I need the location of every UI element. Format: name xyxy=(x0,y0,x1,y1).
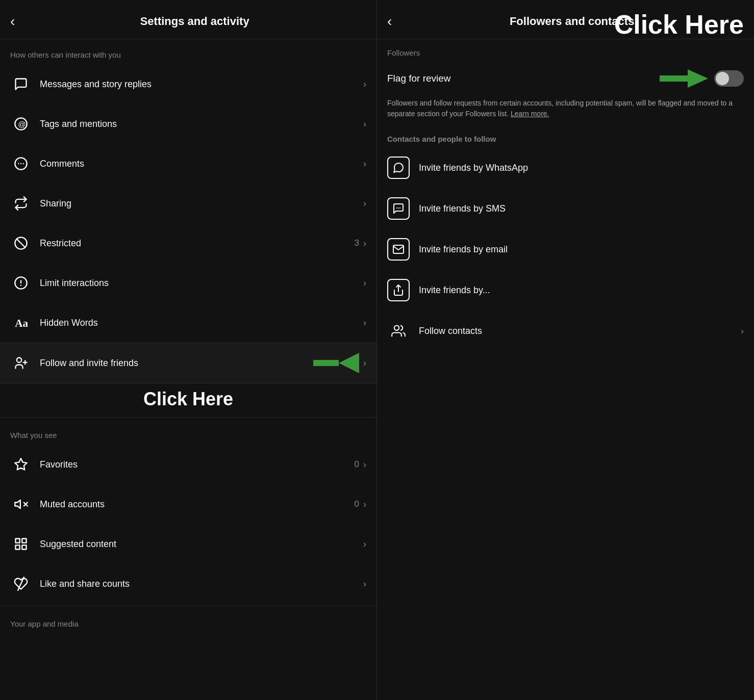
green-arrow-right xyxy=(660,69,708,88)
flag-review-toggle[interactable] xyxy=(714,70,744,87)
other-text: Invite friends by... xyxy=(419,285,744,296)
svg-text:Aa: Aa xyxy=(15,317,28,329)
chevron-sharing: › xyxy=(363,198,366,209)
menu-item-restricted[interactable]: Restricted 3 › xyxy=(0,223,376,263)
email-icon xyxy=(387,238,410,261)
left-back-button[interactable]: ‹ xyxy=(10,14,15,29)
invite-whatsapp[interactable]: Invite friends by WhatsApp xyxy=(377,147,754,188)
hidden-words-icon: Aa xyxy=(10,312,32,333)
divider-section3 xyxy=(0,606,376,606)
chevron-messages: › xyxy=(363,79,366,90)
menu-item-favorites[interactable]: Favorites 0 › xyxy=(0,445,376,484)
menu-item-messages[interactable]: Messages and story replies › xyxy=(0,64,376,104)
menu-item-tags[interactable]: @ Tags and mentions › xyxy=(0,104,376,144)
sms-text: Invite friends by SMS xyxy=(419,203,744,214)
flag-review-text: Flag for review xyxy=(387,73,660,84)
chevron-hidden: › xyxy=(363,318,366,328)
menu-text-hidden: Hidden Words xyxy=(40,318,363,328)
like-share-icon xyxy=(10,573,32,594)
right-header: ‹ Followers and contacts Click Here xyxy=(377,0,754,39)
learn-more-link[interactable]: Learn more. xyxy=(511,110,549,118)
svg-point-20 xyxy=(396,208,397,209)
section3-label: Your app and media xyxy=(0,608,376,633)
followers-label: Followers xyxy=(377,39,754,61)
flag-review-row[interactable]: Flag for review xyxy=(377,61,754,96)
click-here-label-left: Click Here xyxy=(0,383,376,415)
menu-text-follow-invite: Follow and invite friends xyxy=(40,358,313,369)
menu-item-comments[interactable]: Comments › xyxy=(0,144,376,184)
chevron-tags: › xyxy=(363,119,366,129)
comments-icon xyxy=(10,153,32,174)
svg-point-21 xyxy=(398,208,399,209)
right-back-button[interactable]: ‹ xyxy=(387,14,392,29)
whatsapp-icon xyxy=(387,157,410,179)
favorites-icon xyxy=(10,454,32,475)
menu-text-tags: Tags and mentions xyxy=(40,119,363,129)
chevron-limit: › xyxy=(363,278,366,289)
left-header: ‹ Settings and activity xyxy=(0,0,376,39)
chevron-follow-contacts: › xyxy=(741,326,744,336)
follow-contacts-row[interactable]: Follow contacts › xyxy=(377,310,754,351)
menu-text-restricted: Restricted xyxy=(40,238,355,249)
right-panel-spacer xyxy=(377,351,754,700)
svg-rect-17 xyxy=(16,545,20,549)
sharing-icon xyxy=(10,193,32,214)
chevron-comments: › xyxy=(363,159,366,169)
badge-favorites: 0 xyxy=(355,459,359,470)
restricted-icon xyxy=(10,232,32,254)
badge-muted: 0 xyxy=(355,499,359,509)
follow-invite-icon xyxy=(10,352,32,374)
suggested-icon xyxy=(10,533,32,555)
invite-email[interactable]: Invite friends by email xyxy=(377,229,754,270)
sms-icon xyxy=(387,197,410,220)
contacts-section-label: Contacts and people to follow xyxy=(377,127,754,147)
follow-contacts-icon xyxy=(387,320,410,342)
menu-item-muted[interactable]: Muted accounts 0 › xyxy=(0,484,376,524)
svg-point-22 xyxy=(399,208,400,209)
menu-text-suggested: Suggested content xyxy=(40,539,363,550)
click-here-label-right: Click Here xyxy=(614,9,744,40)
menu-text-favorites: Favorites xyxy=(40,459,355,470)
chevron-restricted: › xyxy=(363,238,366,249)
muted-icon xyxy=(10,494,32,515)
menu-text-muted: Muted accounts xyxy=(40,499,355,510)
svg-line-4 xyxy=(17,239,25,247)
menu-text-sharing: Sharing xyxy=(40,198,363,209)
menu-item-follow-invite[interactable]: Follow and invite friends › xyxy=(0,343,376,383)
menu-item-like-share[interactable]: Like and share counts › xyxy=(0,564,376,604)
svg-rect-18 xyxy=(22,545,26,549)
section1-label: How others can interact with you xyxy=(0,39,376,64)
badge-restricted: 3 xyxy=(355,238,359,248)
chevron-follow-invite: › xyxy=(363,358,366,369)
flag-description: Followers and follow requests from certa… xyxy=(377,96,754,127)
section2-label: What you see xyxy=(0,420,376,445)
svg-point-24 xyxy=(394,326,399,330)
menu-text-comments: Comments xyxy=(40,159,363,169)
whatsapp-text: Invite friends by WhatsApp xyxy=(419,163,744,173)
chevron-like-share: › xyxy=(363,579,366,589)
chevron-muted: › xyxy=(363,499,366,510)
menu-text-like-share: Like and share counts xyxy=(40,579,363,589)
menu-item-hidden[interactable]: Aa Hidden Words › xyxy=(0,303,376,343)
share-icon xyxy=(387,279,410,301)
svg-marker-12 xyxy=(15,458,27,470)
svg-rect-16 xyxy=(22,539,26,543)
toggle-knob xyxy=(716,72,729,85)
svg-point-9 xyxy=(17,358,21,362)
limit-icon xyxy=(10,272,32,294)
left-panel-title: Settings and activity xyxy=(23,15,366,28)
chevron-favorites: › xyxy=(363,459,366,470)
menu-item-suggested[interactable]: Suggested content › xyxy=(0,524,376,564)
messages-icon xyxy=(10,73,32,95)
invite-other[interactable]: Invite friends by... xyxy=(377,270,754,310)
svg-text:@: @ xyxy=(18,120,26,128)
menu-item-limit[interactable]: Limit interactions › xyxy=(0,263,376,303)
chevron-suggested: › xyxy=(363,539,366,550)
menu-text-messages: Messages and story replies xyxy=(40,79,363,90)
tags-icon: @ xyxy=(10,113,32,135)
menu-item-sharing[interactable]: Sharing › xyxy=(0,184,376,223)
invite-sms[interactable]: Invite friends by SMS xyxy=(377,188,754,229)
divider-section2 xyxy=(0,417,376,418)
email-text: Invite friends by email xyxy=(419,244,744,255)
menu-text-limit: Limit interactions xyxy=(40,278,363,289)
